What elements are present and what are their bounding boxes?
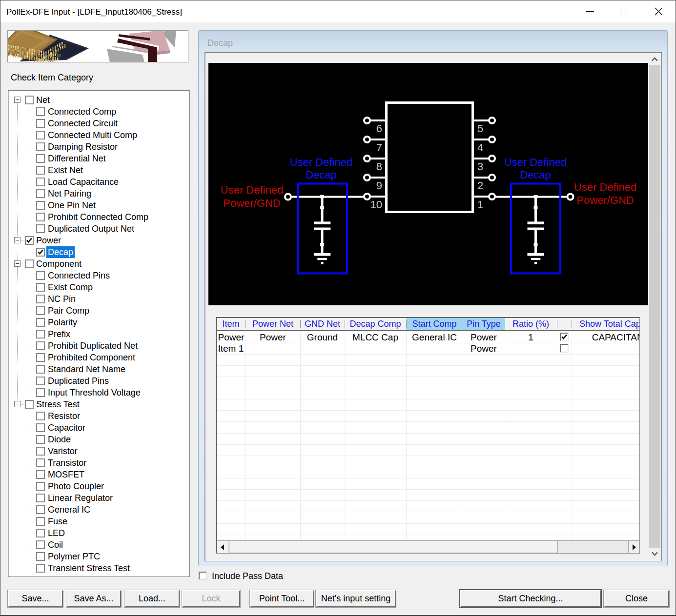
svg-text:2: 2	[477, 179, 483, 192]
svg-text:10: 10	[370, 199, 382, 211]
svg-text:9: 9	[376, 179, 382, 192]
svg-text:Decap: Decap	[306, 169, 337, 181]
svg-text:Power/GND: Power/GND	[576, 194, 634, 206]
svg-text:Decap: Decap	[520, 169, 551, 181]
svg-text:User Defined: User Defined	[221, 184, 283, 196]
svg-text:7: 7	[376, 141, 382, 154]
svg-text:4: 4	[477, 141, 483, 154]
svg-text:User Defined: User Defined	[290, 156, 352, 168]
svg-text:1: 1	[477, 199, 483, 211]
svg-text:3: 3	[477, 160, 483, 173]
svg-text:User Defined: User Defined	[504, 156, 567, 168]
svg-text:5: 5	[477, 122, 483, 135]
svg-text:6: 6	[376, 122, 382, 135]
svg-text:Power/GND: Power/GND	[223, 197, 280, 209]
svg-text:User Defined: User Defined	[574, 181, 636, 193]
svg-text:8: 8	[376, 160, 382, 173]
